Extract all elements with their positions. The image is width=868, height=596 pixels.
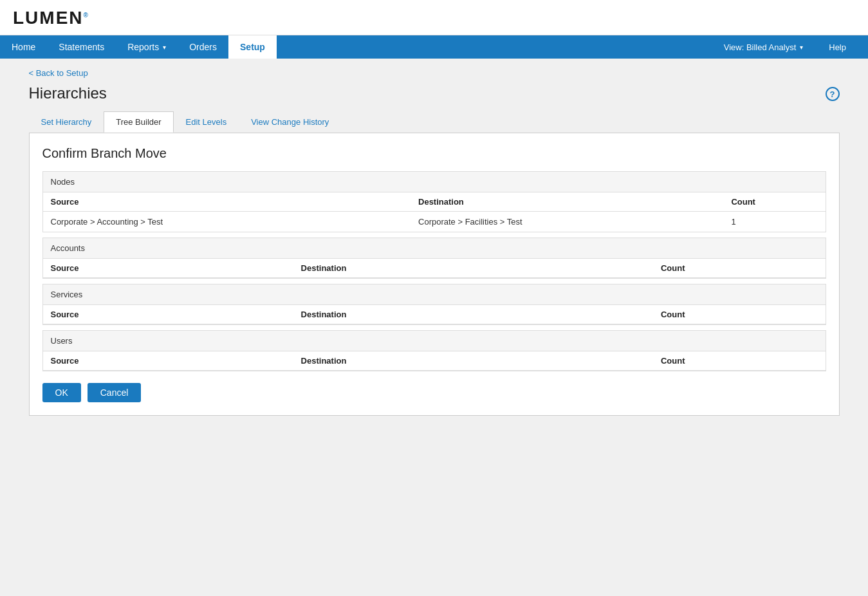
accounts-table-header-row: Source Destination Count xyxy=(43,259,826,278)
services-table-header-row: Source Destination Count xyxy=(43,305,826,324)
users-table: Source Destination Count xyxy=(43,351,826,371)
cancel-button[interactable]: Cancel xyxy=(88,383,142,402)
nodes-row1-count: 1 xyxy=(723,212,825,232)
nav-left: Home Statements Reports ▾ Orders Setup xyxy=(0,35,277,59)
tab-edit-levels[interactable]: Edit Levels xyxy=(174,111,239,133)
nav-item-statements[interactable]: Statements xyxy=(47,35,116,59)
table-row: Corporate > Accounting > Test Corporate … xyxy=(43,212,826,232)
nodes-section: Nodes Source Destination Count Corporate… xyxy=(42,171,826,232)
ok-button[interactable]: OK xyxy=(42,383,81,402)
accounts-col-destination: Destination xyxy=(293,259,653,278)
users-table-header-row: Source Destination Count xyxy=(43,351,826,371)
users-col-source: Source xyxy=(43,351,293,371)
tab-tree-builder[interactable]: Tree Builder xyxy=(104,111,173,133)
nodes-col-destination: Destination xyxy=(411,192,723,212)
nodes-table: Source Destination Count Corporate > Acc… xyxy=(43,192,826,232)
services-section: Services Source Destination Count xyxy=(42,284,826,325)
nav-item-help[interactable]: Help xyxy=(817,36,858,59)
users-col-count: Count xyxy=(653,351,826,371)
page-title: Hierarchies xyxy=(29,84,107,102)
nav-item-setup[interactable]: Setup xyxy=(228,35,277,59)
nodes-section-header: Nodes xyxy=(43,172,826,192)
nodes-row1-destination: Corporate > Facilities > Test xyxy=(411,212,723,232)
accounts-col-source: Source xyxy=(43,259,293,278)
reports-dropdown-arrow: ▾ xyxy=(163,44,166,51)
tab-view-change-history[interactable]: View Change History xyxy=(239,111,341,133)
accounts-section-header: Accounts xyxy=(43,238,826,259)
accounts-table: Source Destination Count xyxy=(43,259,826,278)
button-row: OK Cancel xyxy=(42,383,826,402)
services-col-count: Count xyxy=(653,305,826,324)
nodes-row1-source: Corporate > Accounting > Test xyxy=(43,212,411,232)
logo-trademark: ® xyxy=(84,12,89,19)
services-table: Source Destination Count xyxy=(43,305,826,324)
nav-item-reports[interactable]: Reports ▾ xyxy=(116,35,178,59)
nav-item-view-analyst[interactable]: View: Billed Analyst ▾ xyxy=(712,36,815,59)
nav-right: View: Billed Analyst ▾ Help xyxy=(702,35,868,59)
users-col-destination: Destination xyxy=(293,351,653,371)
help-icon[interactable]: ? xyxy=(826,87,840,101)
nodes-table-header-row: Source Destination Count xyxy=(43,192,826,212)
top-header: LUMEN® xyxy=(0,0,868,35)
nav-item-home[interactable]: Home xyxy=(0,35,47,59)
analyst-dropdown-arrow: ▾ xyxy=(800,44,803,51)
main-panel: Confirm Branch Move Nodes Source Destina… xyxy=(29,133,840,416)
nav-item-orders[interactable]: Orders xyxy=(178,35,228,59)
users-section: Users Source Destination Count xyxy=(42,330,826,371)
page-header: Hierarchies ? xyxy=(29,84,840,102)
nodes-col-source: Source xyxy=(43,192,411,212)
accounts-col-count: Count xyxy=(653,259,826,278)
tabs: Set Hierarchy Tree Builder Edit Levels V… xyxy=(29,111,840,133)
accounts-section: Accounts Source Destination Count xyxy=(42,237,826,279)
services-section-header: Services xyxy=(43,284,826,305)
tab-set-hierarchy[interactable]: Set Hierarchy xyxy=(29,111,104,133)
services-col-source: Source xyxy=(43,305,293,324)
logo: LUMEN® xyxy=(13,8,855,28)
back-to-setup-link[interactable]: < Back to Setup xyxy=(29,68,88,78)
page-content: < Back to Setup Hierarchies ? Set Hierar… xyxy=(16,59,853,429)
services-col-destination: Destination xyxy=(293,305,653,324)
nav-bar: Home Statements Reports ▾ Orders Setup V… xyxy=(0,35,868,59)
panel-title: Confirm Branch Move xyxy=(42,146,826,161)
nodes-col-count: Count xyxy=(723,192,825,212)
users-section-header: Users xyxy=(43,331,826,351)
